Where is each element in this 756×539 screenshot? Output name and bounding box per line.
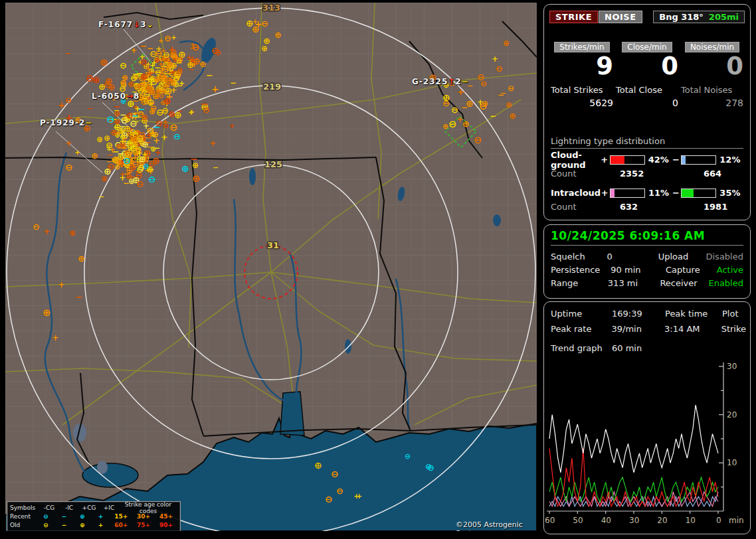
plot-value: Strike [721, 324, 746, 334]
trend-graph-label: Trend graph [551, 343, 612, 353]
trend-graph-row: Trend graph 60 min [551, 343, 642, 353]
receiver-label: Receiver [660, 278, 708, 288]
x-tick-label: 10 [686, 516, 696, 525]
legend-col--ic: -IC [59, 504, 79, 511]
legend-col--cg: -CG [39, 504, 59, 511]
range-value: 313 mi [608, 278, 660, 288]
neg-cg-recent-icon: ⊖ [37, 513, 54, 520]
peak-time-value: 3:14 AM [664, 324, 721, 334]
cg-negative-bar [681, 155, 716, 165]
ic-positive-pct: 11% [646, 188, 672, 198]
noises-per-min-value: 0 [681, 54, 743, 80]
plot-label: Plot [722, 309, 746, 319]
age-90: 90+ [155, 522, 177, 528]
noises-per-min-chip[interactable]: Noises/min [685, 42, 739, 52]
range-ring-label: 125 [264, 159, 282, 169]
ic-positive-bar [610, 189, 645, 198]
strike-mode-button[interactable]: STRIKE [549, 11, 598, 23]
close-per-min-chip[interactable]: Close/min [622, 42, 672, 52]
peak-rate-label: Peak rate [551, 324, 612, 334]
peak-rate-row: Peak rate 39/min 3:14 AM Strike [551, 324, 746, 334]
bearing-range-value: 205mi [709, 12, 739, 22]
persistence-label: Persistence [551, 265, 611, 275]
total-close-label: Total Close [616, 85, 678, 95]
total-noises-value: 278 [681, 98, 743, 108]
neg-ic-recent-icon: − [55, 513, 73, 520]
x-tick-label: 0 [716, 516, 721, 525]
trend-graph: 1020306050403020100min [545, 360, 749, 531]
y-tick-label: 30 [727, 362, 737, 371]
neg-cg-old-icon: ⊖ [37, 522, 54, 528]
capture-status: Active [717, 265, 743, 275]
map-geography: 31321912531 [5, 3, 537, 531]
legend-recent-label: Recent [10, 513, 37, 520]
age-30: 30+ [132, 513, 155, 520]
plus-sign: + [601, 155, 609, 165]
capture-label: Capture [666, 265, 717, 275]
receiver-status: Enabled [708, 278, 743, 288]
cg-negative-count: 664 [698, 169, 721, 179]
cloud-ground-label: Cloud-ground [551, 150, 601, 170]
distribution-title: Lightning type distribution [551, 136, 743, 149]
plus-sign: + [601, 188, 609, 198]
upload-status: Disabled [706, 252, 743, 262]
legend-col-+ic: +IC [99, 504, 119, 511]
legend-age-title: Strike age color codes [119, 501, 177, 514]
pos-ic-recent-icon: + [92, 513, 110, 520]
peak-rate-value: 39/min [612, 324, 665, 334]
trend-graph-window: 60 min [612, 343, 642, 353]
intracloud-count-row: Count 632 1981 [551, 202, 743, 212]
count-label: Count [551, 169, 609, 179]
x-tick-label: 50 [573, 516, 583, 525]
strikes-per-min-chip[interactable]: Strikes/min [554, 42, 609, 52]
strikes-per-min-column: Strikes/min 9 Total Strikes 5629 [551, 42, 613, 108]
ic-negative-bar [681, 189, 716, 198]
ic-negative-pct: 35% [717, 188, 743, 198]
total-strikes-label: Total Strikes [551, 85, 613, 95]
minus-sign: − [672, 188, 680, 198]
lightning-type-distribution: Lightning type distribution Cloud-ground… [551, 136, 743, 212]
ic-positive-count: 632 [609, 202, 698, 212]
x-tick-label: 60 [545, 516, 555, 525]
uptime-value: 169:39 [612, 309, 665, 319]
neg-ic-old-icon: − [55, 522, 73, 528]
lightning-map[interactable]: 31321912531 ⊕⊖⊖−+⊖−⊕⊕⊖⊕−−⊖+⊕+⊕+⊖⊕+++⊖⊕+−… [5, 3, 537, 531]
minus-sign: − [672, 155, 680, 165]
age-45: 45+ [155, 513, 177, 520]
copyright-text: ©2005 Astrogenic Systems [456, 520, 537, 531]
noise-mode-button[interactable]: NOISE [599, 11, 642, 23]
noises-per-min-column: Noises/min 0 Total Noises 278 [681, 42, 743, 108]
range-label: Range [551, 278, 608, 288]
status-row: Squelch 0 Upload Disabled [551, 252, 743, 262]
age-15: 15+ [110, 513, 132, 520]
squelch-value: 0 [607, 252, 658, 262]
cg-negative-pct: 12% [717, 155, 743, 165]
total-close-value: 0 [616, 98, 678, 108]
datetime-display: 10/24/2025 6:09:16 AM [551, 229, 743, 246]
status-row: Persistence 90 min Capture Active [551, 265, 743, 275]
bearing-value: Bng 318° [659, 12, 704, 22]
pos-ic-old-icon: + [92, 522, 110, 528]
trend-panel: Uptime 169:39 Peak time Plot Peak rate 3… [543, 301, 751, 534]
map-legend: Symbols -CG -IC +CG +IC Strike age color… [7, 501, 181, 531]
legend-old-label: Old [10, 522, 37, 528]
cloud-ground-count-row: Count 2352 664 [551, 169, 743, 179]
x-tick-label: 30 [629, 516, 639, 525]
status-row: Range 313 mi Receiver Enabled [551, 278, 743, 288]
range-ring-label: 31 [267, 240, 279, 250]
peak-time-label: Peak time [665, 309, 722, 319]
cg-positive-count: 2352 [609, 169, 698, 179]
y-tick-label: 20 [727, 410, 737, 420]
total-noises-label: Total Noises [681, 85, 743, 95]
squelch-label: Squelch [551, 252, 607, 262]
intracloud-label: Intracloud [551, 188, 601, 198]
cloud-ground-row: Cloud-ground + 42% − 12% [551, 155, 743, 165]
strikes-per-min-value: 9 [551, 54, 613, 80]
y-tick-label: 10 [727, 458, 737, 467]
strike-stats-panel: STRIKE NOISE Bng 318°205mi Strikes/min 9… [543, 4, 751, 220]
ic-negative-count: 1981 [698, 202, 727, 212]
legend-col-+cg: +CG [79, 504, 99, 511]
count-label: Count [551, 202, 609, 212]
pos-cg-old-icon: ⊕ [73, 522, 91, 528]
bearing-readout: Bng 318°205mi [653, 11, 745, 23]
